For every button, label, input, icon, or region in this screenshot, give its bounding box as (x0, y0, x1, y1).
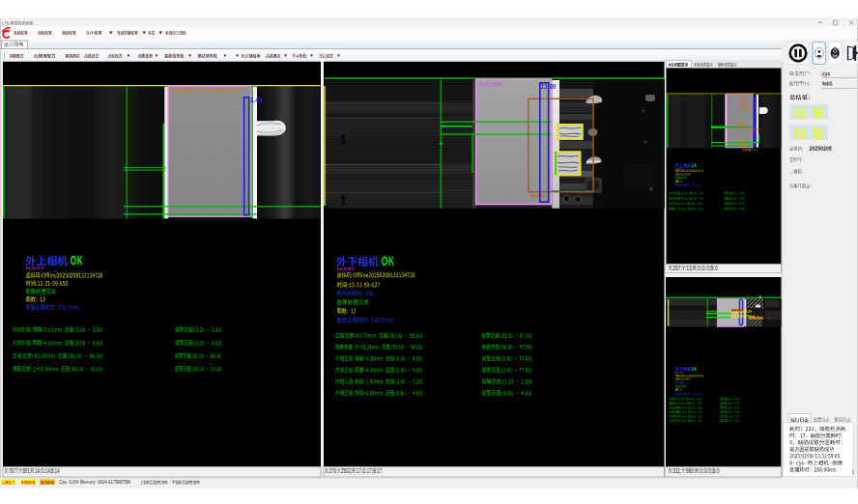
svg-text:X:270;Y:2502;R:17;G:17;B:17: X:270;Y:2502;R:17;G:17;B:17 (325, 467, 382, 474)
svg-text:X:7677;Y:891;R:14;G:14;B:14: X:7677;Y:891;R:14;G:14;B:14 (5, 467, 60, 474)
svg-text:X:311;Y:980;R:0;G:0;B:0: X:311;Y:980;R:0;G:0;B:0 (669, 467, 720, 474)
svg-text:Cpu: 0.0% Memory: 3424.4179687: Cpu: 0.0% Memory: 3424.41796875M (59, 480, 130, 485)
svg-text:X:267;Y:13;R:0;G:0;B:0: X:267;Y:13;R:0;G:0;B:0 (669, 265, 718, 271)
